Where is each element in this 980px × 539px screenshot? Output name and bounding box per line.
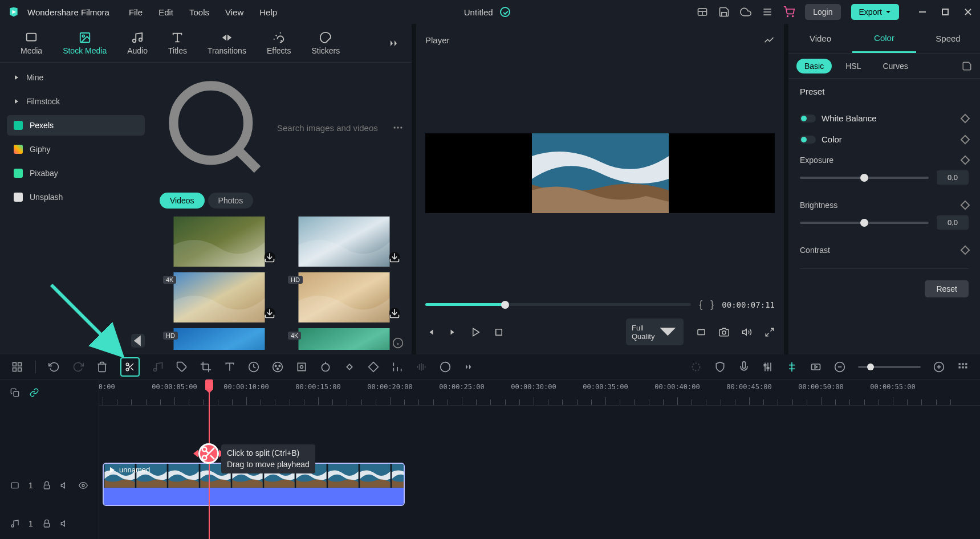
collapse-sidebar-button[interactable] [131, 334, 145, 348]
subtab-curves[interactable]: Curves [875, 59, 916, 74]
tag-icon[interactable] [176, 361, 188, 373]
keyframe-diamond-icon[interactable] [961, 156, 970, 165]
quality-dropdown[interactable]: Full Quality [626, 318, 684, 345]
mark-in-icon[interactable]: { [699, 299, 702, 311]
visibility-icon[interactable] [79, 481, 88, 490]
tab-stock-media[interactable]: Stock Media [52, 31, 117, 55]
mute-icon[interactable] [60, 481, 70, 490]
keyframe-diamond-icon[interactable] [961, 113, 970, 123]
play-icon[interactable] [471, 327, 481, 337]
tab-media[interactable]: Media [10, 31, 52, 55]
download-icon[interactable] [389, 308, 400, 319]
thumbnail[interactable] [284, 217, 404, 267]
sidebar-item-mine[interactable]: Mine [7, 67, 145, 88]
sidebar-item-giphy[interactable]: Giphy [7, 139, 145, 160]
render-icon[interactable] [810, 361, 822, 373]
timeline-tracks[interactable]: :00:0000:00:05:0000:00:10:0000:00:15:000… [99, 379, 980, 539]
lock-icon[interactable] [42, 481, 51, 490]
keyframe-icon[interactable] [344, 361, 355, 373]
download-icon[interactable] [389, 252, 400, 263]
color-icon[interactable] [272, 361, 283, 373]
shield-icon[interactable] [714, 361, 726, 373]
adjustment-icon[interactable] [392, 361, 403, 373]
tab-transitions[interactable]: Transitions [197, 31, 257, 55]
zoom-in-icon[interactable] [933, 361, 945, 373]
menu-view[interactable]: View [225, 7, 243, 17]
close-icon[interactable] [964, 8, 972, 16]
mixer-icon[interactable] [762, 361, 774, 373]
expand-icon[interactable] [388, 36, 401, 50]
playhead-handle[interactable] [205, 379, 213, 390]
progress-bar[interactable] [425, 303, 691, 306]
download-icon[interactable] [264, 308, 275, 319]
aspect-icon[interactable] [696, 327, 706, 337]
thumbnail[interactable]: 4K [284, 328, 404, 350]
tab-stickers[interactable]: Stickers [301, 31, 350, 55]
filter-videos[interactable]: Videos [160, 193, 205, 209]
player-viewport[interactable] [425, 133, 775, 213]
export-button[interactable]: Export [851, 4, 899, 20]
prev-frame-icon[interactable] [425, 327, 436, 337]
menu-file[interactable]: File [129, 7, 143, 17]
crop-icon[interactable] [200, 361, 212, 373]
color-toggle[interactable] [800, 136, 816, 144]
reset-button[interactable]: Reset [925, 280, 969, 297]
volume-icon[interactable] [742, 327, 752, 337]
marker-icon[interactable] [786, 361, 798, 373]
zoom-thumb[interactable] [867, 364, 874, 370]
more-tools-icon[interactable] [463, 361, 475, 373]
greenscreen-icon[interactable] [296, 361, 307, 373]
keyframe-diamond-icon[interactable] [961, 134, 970, 144]
fullscreen-icon[interactable] [765, 327, 775, 337]
slider-thumb[interactable] [860, 174, 868, 182]
props-tab-speed[interactable]: Speed [916, 24, 980, 53]
duplicate-icon[interactable] [10, 388, 19, 397]
subtab-basic[interactable]: Basic [796, 59, 832, 74]
brightness-value[interactable]: 0,0 [937, 215, 969, 230]
maximize-icon[interactable] [941, 8, 949, 16]
speed-icon[interactable] [248, 361, 259, 373]
search-input[interactable] [277, 123, 385, 133]
props-tab-color[interactable]: Color [852, 24, 916, 53]
brightness-slider[interactable] [800, 222, 929, 224]
menu-edit[interactable]: Edit [158, 7, 173, 17]
cloud-icon[interactable] [740, 6, 751, 18]
view-options-icon[interactable] [957, 361, 969, 373]
thumbnail[interactable]: 4K [160, 272, 279, 322]
layout-icon[interactable] [697, 6, 708, 18]
mic-icon[interactable] [738, 361, 750, 373]
tab-audio[interactable]: Audio [117, 31, 158, 55]
lock-icon[interactable] [42, 519, 51, 528]
filter-photos[interactable]: Photos [208, 193, 254, 209]
minimize-icon[interactable] [918, 8, 926, 16]
sidebar-item-unsplash[interactable]: Unsplash [7, 187, 145, 207]
snapshot-icon[interactable] [719, 327, 729, 337]
exposure-value[interactable]: 0,0 [937, 170, 969, 185]
save-preset-icon[interactable] [962, 61, 972, 71]
thumbnail[interactable] [160, 217, 279, 267]
subtab-hsl[interactable]: HSL [837, 59, 869, 74]
zoom-out-icon[interactable] [834, 361, 845, 373]
tab-titles[interactable]: Titles [158, 31, 197, 55]
sidebar-item-pixabay[interactable]: Pixabay [7, 163, 145, 183]
thumbnail[interactable]: HD [160, 328, 279, 350]
cart-icon[interactable] [783, 6, 795, 18]
menu-tools[interactable]: Tools [189, 7, 209, 17]
stop-icon[interactable] [494, 327, 504, 337]
tab-effects[interactable]: Effects [257, 31, 302, 55]
download-icon[interactable] [264, 252, 275, 263]
keyframe-diamond-icon[interactable] [961, 246, 970, 255]
menu-help[interactable]: Help [259, 7, 277, 17]
exposure-slider[interactable] [800, 177, 929, 179]
chart-icon[interactable] [763, 34, 775, 46]
zoom-slider[interactable] [858, 366, 921, 368]
text-icon[interactable] [224, 361, 235, 373]
info-icon[interactable] [392, 337, 404, 349]
sidebar-item-pexels[interactable]: Pexels [7, 115, 145, 136]
timer-icon[interactable] [320, 361, 331, 373]
keyframe-diamond-icon[interactable] [961, 201, 970, 210]
document-title[interactable]: Untitled [464, 7, 493, 17]
link-icon[interactable] [30, 388, 39, 397]
props-tab-video[interactable]: Video [788, 24, 852, 53]
slider-thumb[interactable] [860, 219, 868, 227]
